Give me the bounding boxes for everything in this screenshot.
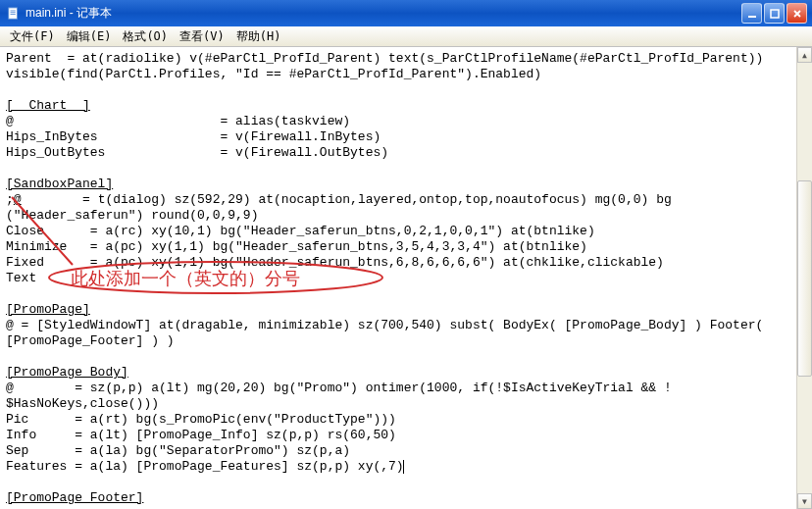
editor-line: [PromoPage_Footer] — [6, 490, 806, 506]
menu-format[interactable]: 格式(O) — [117, 26, 174, 47]
editor-line: @ = alias(taskview) — [6, 114, 806, 129]
editor-line — [6, 286, 806, 302]
svg-rect-3 — [11, 14, 16, 15]
editor-line: [PromoPage] — [6, 302, 806, 318]
svg-rect-0 — [9, 7, 18, 18]
editor-line: Parent = at(radiolike) v(#eParCtl_ProfId… — [6, 51, 806, 67]
close-button[interactable] — [787, 3, 807, 24]
editor-line: [PromoPage_Footer] ) ) — [6, 333, 806, 349]
editor-line: [SandboxPanel] — [6, 177, 806, 192]
editor-line: Text — [6, 271, 806, 286]
svg-rect-2 — [11, 12, 16, 13]
editor-line: Info = a(lt) [PromoPage_Info] sz(p,p) rs… — [6, 428, 806, 443]
vertical-scrollbar[interactable]: ▲ ▼ — [796, 47, 812, 509]
notepad-file-icon — [6, 6, 22, 22]
editor-line — [6, 161, 806, 177]
svg-rect-1 — [11, 10, 16, 11]
editor-line: Hips_InBytes = v(Firewall.InBytes) — [6, 129, 806, 145]
editor-line: ("Header_saferun") round(0,0,9,9) — [6, 208, 806, 224]
editor-line: visible(find(ParCtl.Profiles, "Id == #eP… — [6, 67, 806, 82]
text-cursor — [403, 460, 404, 474]
window-title: main.ini - 记事本 — [25, 5, 741, 22]
minimize-button[interactable] — [741, 3, 762, 24]
editor-line: ;@ = t(dialog) sz(592,29) at(nocaption,l… — [6, 192, 806, 208]
editor-line: [__Chart__] — [6, 98, 806, 114]
text-editor[interactable]: Parent = at(radiolike) v(#eParCtl_ProfId… — [0, 47, 812, 509]
editor-line: Features = a(la) [PromoPage_Features] sz… — [6, 459, 806, 475]
menu-view[interactable]: 查看(V) — [174, 26, 230, 47]
maximize-button[interactable] — [764, 3, 785, 24]
svg-rect-4 — [748, 16, 756, 18]
editor-line: Minimize = a(pc) xy(1,1) bg("Header_safe… — [6, 239, 806, 255]
editor-line: [PromoPage_Body] — [6, 365, 806, 381]
menu-edit[interactable]: 编辑(E) — [61, 26, 118, 47]
window-titlebar: main.ini - 记事本 — [0, 0, 812, 26]
svg-rect-5 — [771, 10, 779, 18]
editor-line: Pic = a(rt) bg(s_PromoPic(env("ProductTy… — [6, 412, 806, 428]
editor-line — [6, 475, 806, 490]
editor-line: Sep = a(la) bg("SeparatorPromo") sz(p,a) — [6, 443, 806, 459]
editor-line: $HasNoKeys,close())) — [6, 396, 806, 412]
scroll-up-button[interactable]: ▲ — [797, 47, 812, 63]
editor-line — [6, 349, 806, 365]
menu-help[interactable]: 帮助(H) — [230, 26, 287, 47]
scroll-thumb[interactable] — [797, 180, 812, 377]
menu-file[interactable]: 文件(F) — [4, 26, 61, 47]
editor-line: Hips_OutBytes = v(Firewall.OutBytes) — [6, 145, 806, 161]
editor-line: @ = sz(p,p) a(lt) mg(20,20) bg("Promo") … — [6, 381, 806, 396]
editor-line — [6, 82, 806, 98]
editor-line: Close = a(rc) xy(10,1) bg("Header_saferu… — [6, 224, 806, 239]
editor-line: Fixed = a(pc) xy(1,1) bg("Header_saferun… — [6, 255, 806, 271]
window-control-buttons — [741, 3, 810, 24]
editor-line: @ = [StyledWindowT] at(dragable, minimiz… — [6, 318, 806, 333]
menu-bar: 文件(F) 编辑(E) 格式(O) 查看(V) 帮助(H) — [0, 26, 812, 47]
scroll-down-button[interactable]: ▼ — [797, 493, 812, 509]
